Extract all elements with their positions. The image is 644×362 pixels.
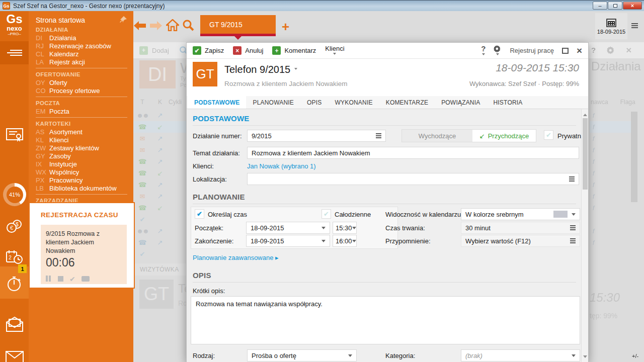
- minimize-button[interactable]: –: [593, 2, 607, 10]
- number-input[interactable]: 9/2015: [247, 130, 386, 142]
- sidebar-item-home[interactable]: Strona startowa: [36, 14, 133, 26]
- sidebar-item-pracownicy[interactable]: PXPracownicy: [36, 176, 133, 184]
- incoming-option[interactable]: ↙ Przychodzące: [472, 130, 536, 142]
- table-row[interactable]: ✉↗: [133, 191, 186, 202]
- back-button[interactable]: [134, 21, 146, 30]
- pause-icon[interactable]: [46, 275, 52, 284]
- sidebar-item-zestawy[interactable]: ZWZestawy klientów: [36, 144, 133, 152]
- close-window-button[interactable]: ×: [623, 2, 642, 10]
- license-button[interactable]: [0, 123, 29, 148]
- table-row[interactable]: ☎↙: [133, 167, 186, 179]
- new-tab-button[interactable]: +: [282, 19, 289, 35]
- maximize-dialog-button[interactable]: [562, 48, 569, 54]
- define-time-checkbox[interactable]: ✔: [195, 209, 204, 219]
- table-row[interactable]: ☎↗: [133, 179, 186, 191]
- main-menu-button[interactable]: [0, 41, 29, 64]
- mail-button[interactable]: [0, 345, 29, 362]
- close-dialog-button[interactable]: ×: [577, 46, 582, 55]
- table-row[interactable]: ☎↗: [133, 156, 186, 167]
- mail-open-button[interactable]: [0, 312, 29, 337]
- private-checkbox[interactable]: ✔: [544, 130, 553, 140]
- restore-button[interactable]: [608, 2, 622, 10]
- date-widget[interactable]: 18-09-2015: [595, 13, 627, 39]
- advanced-planning-link[interactable]: Planowanie zaawansowane ▸: [193, 254, 279, 261]
- tab-gt-9-2015[interactable]: GT 9/2015: [200, 15, 276, 34]
- tab-opis[interactable]: OPIS: [300, 96, 328, 109]
- sidebar-item-poczta[interactable]: EMPoczta: [36, 108, 133, 115]
- start-date-select[interactable]: 18-09-2015: [246, 222, 330, 234]
- forward-button[interactable]: [150, 21, 162, 30]
- tab-historia[interactable]: HISTORIA: [487, 96, 529, 109]
- start-time-select[interactable]: 15:30: [333, 222, 357, 234]
- reminder-field[interactable]: Wybierz wartość (F12): [461, 235, 580, 247]
- menu-lines-icon[interactable]: [570, 227, 576, 228]
- comment-bubble-icon[interactable]: [82, 276, 90, 282]
- sidebar-item-wspolnicy[interactable]: WXWspólnicy: [36, 168, 133, 176]
- tab-planowanie[interactable]: PLANOWANIE: [246, 96, 300, 109]
- clients-link[interactable]: Jan Nowak (wybrano 1): [247, 162, 316, 170]
- visibility-select[interactable]: W kolorze srebrnym: [461, 208, 580, 220]
- pin-icon[interactable]: [119, 16, 127, 24]
- tab-podstawowe[interactable]: PODSTAWOWE: [188, 96, 246, 109]
- tab-wykonanie[interactable]: WYKONANIE: [329, 96, 379, 109]
- table-row[interactable]: ✉↗: [133, 144, 186, 156]
- outgoing-option[interactable]: Wychodzące: [402, 130, 472, 142]
- sidebar-item-klienci[interactable]: KLKlienci: [36, 136, 133, 144]
- sidebar-item-procesy[interactable]: COProcesy ofertowe: [36, 87, 133, 95]
- finish-icon[interactable]: ✔: [69, 275, 75, 283]
- short-description-textarea[interactable]: Rozmowa na temat nawiązania współpracy.: [191, 296, 580, 344]
- options-menu-button[interactable]: [631, 22, 638, 29]
- comment-button[interactable]: + Komentarz: [272, 46, 316, 55]
- scrollbar-thumb[interactable]: [583, 118, 588, 190]
- table-row[interactable]: ✔: [133, 248, 186, 260]
- background-scrollbar-thumb[interactable]: [631, 112, 637, 202]
- duration-field[interactable]: 30 minut: [461, 222, 580, 234]
- register-work-button[interactable]: Rejestruj pracę: [510, 47, 553, 54]
- help-button[interactable]: ?: [481, 44, 486, 57]
- timer-button[interactable]: [0, 269, 29, 298]
- sidebar-item-oferty[interactable]: OYOferty: [36, 79, 133, 86]
- table-row[interactable]: ✔: [133, 214, 186, 225]
- settings-button[interactable]: [494, 45, 502, 57]
- menu-lines-icon[interactable]: [376, 135, 381, 136]
- dialog-scrollbar[interactable]: [581, 109, 588, 362]
- table-row[interactable]: ☻☻↗: [133, 110, 186, 121]
- finance-button[interactable]: $ €: [0, 214, 29, 239]
- table-row[interactable]: ☎↙: [133, 202, 186, 214]
- search-button[interactable]: [182, 19, 194, 31]
- sidebar-item-asortyment[interactable]: ASAsortyment: [36, 128, 133, 136]
- type-select[interactable]: Prośba o ofertę: [247, 349, 357, 361]
- add-icon: +: [139, 46, 148, 55]
- end-date-select[interactable]: 18-09-2015: [246, 235, 330, 247]
- tab-komentarze[interactable]: KOMENTARZE: [379, 96, 435, 109]
- clients-menu-button[interactable]: Klienci: [325, 45, 344, 56]
- subject-input[interactable]: Rozmowa z klientem Jackiem Nowakiem: [247, 147, 579, 159]
- end-time-select[interactable]: 16:00: [333, 235, 357, 247]
- scroll-up-icon[interactable]: [583, 112, 587, 116]
- sidebar-item-dzialania[interactable]: DIDziałania: [36, 34, 133, 42]
- progress-ring[interactable]: 41%: [3, 183, 26, 206]
- scroll-down-icon[interactable]: [583, 355, 587, 360]
- all-day-checkbox[interactable]: ✔: [321, 209, 331, 219]
- menu-lines-icon[interactable]: [570, 240, 576, 241]
- table-row[interactable]: ☎↗: [133, 237, 186, 248]
- location-input[interactable]: [247, 173, 579, 185]
- menu-lines-icon[interactable]: [569, 178, 575, 179]
- sidebar-item-zasoby[interactable]: GYZasoby: [36, 152, 133, 160]
- dialog-title[interactable]: Telefon 9/2015: [224, 64, 297, 75]
- sidebar-item-rezerwacje[interactable]: RJRezerwacje zasobów: [36, 42, 133, 50]
- table-row-selected[interactable]: ☎↙: [133, 121, 186, 133]
- sidebar-item-rejestr-akcji[interactable]: LARejestr akcji: [36, 58, 133, 66]
- sidebar-item-instytucje[interactable]: IXInstytucje: [36, 160, 133, 168]
- cancel-button[interactable]: × Anuluj: [233, 46, 263, 55]
- sidebar-item-kalendarz[interactable]: CLKalendarz: [36, 50, 133, 58]
- stop-icon[interactable]: [58, 276, 63, 282]
- zoom-control[interactable]: +/-: [632, 353, 638, 359]
- table-row[interactable]: ☻☻↗: [133, 225, 186, 237]
- save-button[interactable]: ✔ Zapisz: [193, 46, 224, 55]
- category-select[interactable]: (brak): [461, 349, 580, 361]
- home-button[interactable]: [166, 19, 179, 31]
- tab-powiazania[interactable]: POWIĄZANIA: [435, 96, 487, 109]
- sidebar-item-biblioteka[interactable]: LBBiblioteka dokumentów: [36, 185, 133, 192]
- table-row[interactable]: ✉↗: [133, 133, 186, 144]
